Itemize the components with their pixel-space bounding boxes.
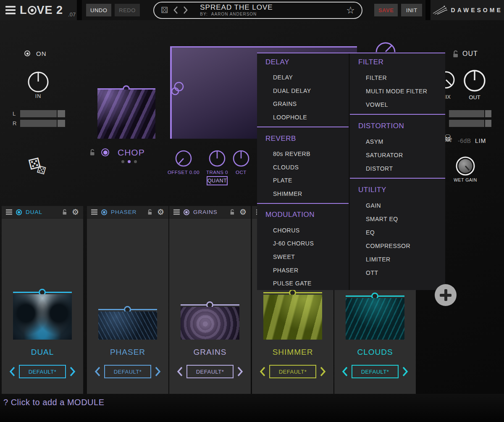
linked-circles-icon[interactable] [170,81,186,100]
save-button[interactable]: SAVE [374,4,398,16]
chop-lock-icon[interactable] [89,149,96,158]
output-meter-right [449,120,491,127]
menu-item-loophole[interactable]: LOOPHOLE [257,111,349,124]
comet-icon [432,4,448,16]
drag-handle-icon[interactable] [6,209,12,215]
menu-item-ott[interactable]: OTT [350,266,445,280]
preset-browser-bar[interactable]: ⚄ SPREAD THE LOVE BY:AARON ANDERSON ☆ [153,2,362,19]
preset-selector[interactable]: DEFAULT* [104,365,151,378]
module-header-name: GRAINS [193,209,218,215]
power-on-radio[interactable] [24,50,30,56]
menu-item-dual-delay[interactable]: DUAL DELAY [257,84,349,98]
chop-page-dots[interactable] [121,160,137,163]
random-preset-dice-icon[interactable]: ⚄ [161,6,168,14]
menu-item-asym[interactable]: ASYM [350,135,445,148]
output-gain-knob[interactable] [463,69,486,94]
chop-thumbnail[interactable] [97,90,155,139]
prev-preset-button[interactable] [173,6,178,14]
menu-item-compressor[interactable]: COMPRESSOR [350,239,445,253]
menu-item-phaser[interactable]: PHASER [257,264,349,277]
module-header[interactable]: GRAINS ⚙ [169,206,251,219]
lock-icon[interactable] [229,209,236,215]
menu-item-vowel[interactable]: VOWEL [350,98,445,111]
redo-button[interactable]: REDO [115,4,140,16]
preset-selector[interactable]: DEFAULT* [352,365,399,378]
limiter-label[interactable]: LIM [475,137,486,144]
menu-section-header-modulation: MODULATION [257,206,349,224]
menu-item-plate[interactable]: PLATE [257,174,349,187]
module-thumbnail[interactable] [13,294,72,340]
menu-item-80s-reverb[interactable]: 80s REVERB [257,147,349,161]
menu-item-grains[interactable]: GRAINS [257,98,349,111]
trans-knob[interactable] [208,150,226,169]
lock-icon[interactable] [147,209,153,215]
menu-item-multi-mode-filter[interactable]: MULTI MODE FILTER [350,84,445,98]
preset-next-button[interactable] [155,367,161,377]
preset-prev-button[interactable] [260,367,265,377]
lock-icon[interactable] [62,209,68,215]
module-thumbnail[interactable] [263,295,322,340]
preset-prev-button[interactable] [342,367,348,377]
gear-icon[interactable]: ⚙ [239,208,247,216]
menu-item-saturator[interactable]: SATURATOR [350,148,445,162]
wet-gain-knob[interactable] [455,156,476,178]
menu-item-delay[interactable]: DELAY [257,71,349,84]
gear-icon[interactable]: ⚙ [157,208,164,216]
menu-item-distort[interactable]: DISTORT [350,162,445,175]
preset-selector[interactable]: DEFAULT* [269,365,316,378]
menu-item-clouds[interactable]: CLOUDS [257,161,349,174]
meter-track [449,120,484,127]
menu-item-limiter[interactable]: LIMITER [350,253,445,266]
menu-item-filter[interactable]: FILTER [350,71,445,84]
module-enable-radio[interactable] [101,209,107,215]
preset-prev-button[interactable] [177,367,183,377]
preset-next-button[interactable] [320,367,326,377]
input-gain-knob[interactable] [27,71,50,95]
menu-separator [350,178,445,179]
gear-icon[interactable]: ⚙ [72,208,79,216]
preset-row: DEFAULT* [2,365,83,378]
preset-next-button[interactable] [402,367,408,377]
preset-next-button[interactable] [70,367,76,377]
module-thumbnail[interactable] [181,307,239,340]
add-module-button[interactable] [435,284,457,306]
module-thumbnail[interactable] [98,311,157,340]
module-thumbnail[interactable] [346,298,404,340]
favorite-star-icon[interactable]: ☆ [346,5,355,15]
module-enable-radio[interactable] [16,209,22,215]
menu-item-j60-chorus[interactable]: J-60 CHORUS [257,237,349,251]
preset-row: DEFAULT* [334,365,416,378]
preset-prev-button[interactable] [9,367,15,377]
meter-r-label: R [13,120,20,127]
module-header[interactable]: DUAL ⚙ [2,206,83,219]
init-button[interactable]: INIT [401,4,422,16]
module-card-phaser: PHASER ⚙ PHASER DEFAULT* [87,206,168,394]
offset-knob[interactable] [175,150,192,169]
menu-item-gain[interactable]: GAIN [350,199,445,212]
drag-handle-icon[interactable] [173,209,180,215]
chop-enable-radio[interactable] [101,148,109,156]
preset-prev-button[interactable] [94,367,100,377]
main-menu-icon[interactable] [5,6,16,14]
oct-knob[interactable] [232,150,250,169]
module-card-grains: GRAINS ⚙ GRAINS DEFAULT* [169,206,251,394]
limiter-db-value[interactable]: -6dB [458,137,471,144]
module-header[interactable]: PHASER ⚙ [87,206,168,219]
quant-button[interactable]: QUANT [207,176,228,185]
drag-handle-icon[interactable] [91,209,97,215]
menu-item-chorus[interactable]: CHORUS [257,224,349,237]
menu-item-smart-eq[interactable]: SMART EQ [350,212,445,226]
menu-item-sweet[interactable]: SWEET [257,250,349,264]
preset-row: DEFAULT* [169,365,251,378]
menu-item-eq[interactable]: EQ [350,226,445,239]
preset-selector[interactable]: DEFAULT* [19,365,66,378]
module-enable-radio[interactable] [184,209,189,215]
next-preset-button[interactable] [183,6,188,14]
preset-selector[interactable]: DEFAULT* [186,365,234,378]
undo-button[interactable]: UNDO [86,4,111,16]
output-lock-icon[interactable] [452,50,460,60]
add-module-hint[interactable]: ? Click to add a MODULE [3,398,104,407]
menu-item-shimmer[interactable]: SHIMMER [257,187,349,200]
menu-item-pulse-gate[interactable]: PULSE GATE [257,277,349,290]
preset-next-button[interactable] [237,367,243,377]
